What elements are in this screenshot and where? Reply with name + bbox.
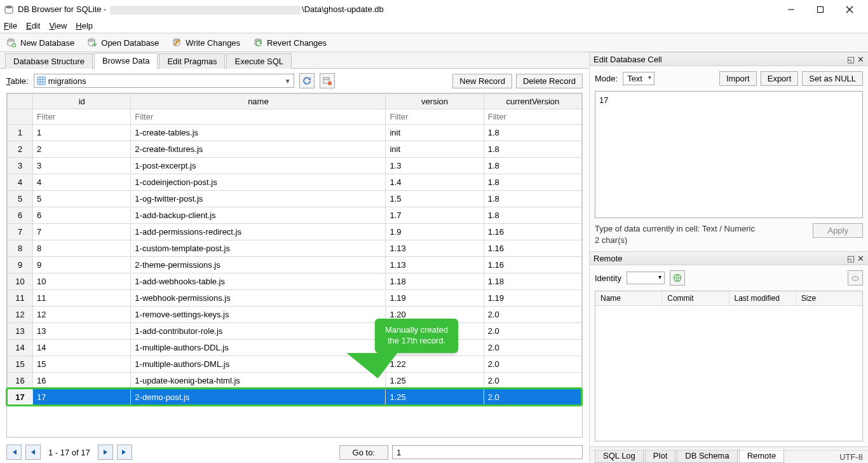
cell-name[interactable]: 1-codeinjection-post.js (131, 174, 386, 191)
cell-id[interactable]: 8 (33, 240, 131, 257)
table-select[interactable]: migrations ▼ (34, 74, 294, 88)
row-number[interactable]: 16 (8, 373, 33, 389)
row-number[interactable]: 3 (8, 158, 33, 174)
cell-value-textarea[interactable] (595, 91, 863, 218)
write-changes-button[interactable]: Write Changes (172, 38, 240, 48)
apply-button[interactable]: Apply (813, 223, 863, 238)
cell-name[interactable]: 1-post-excerpt.js (131, 158, 386, 174)
undock-icon[interactable]: ◱ (847, 254, 855, 263)
table-row[interactable]: 10101-add-webhooks-table.js1.181.18 (8, 273, 582, 290)
refresh-button[interactable] (299, 73, 315, 88)
cell-id[interactable]: 3 (33, 158, 131, 174)
cell-id[interactable]: 15 (33, 356, 131, 373)
cell-id[interactable]: 16 (33, 373, 131, 389)
row-number[interactable]: 5 (8, 191, 33, 207)
table-row[interactable]: 331-post-excerpt.js1.31.8 (8, 158, 582, 174)
cell-version[interactable]: 1.13 (386, 257, 484, 273)
row-number[interactable]: 14 (8, 340, 33, 356)
last-page-button[interactable] (117, 445, 132, 460)
cell-currentVersion[interactable]: 1.8 (484, 207, 581, 224)
cell-currentVersion[interactable]: 1.16 (484, 257, 581, 273)
col-version[interactable]: version (386, 94, 484, 109)
close-button[interactable] (835, 0, 864, 19)
refresh-remote-button[interactable] (670, 270, 685, 286)
cell-name[interactable]: 2-create-fixtures.js (131, 141, 386, 158)
cell-version[interactable]: 1.3 (386, 158, 484, 174)
row-number[interactable]: 8 (8, 240, 33, 257)
table-row[interactable]: 222-create-fixtures.jsinit1.8 (8, 141, 582, 158)
row-number[interactable]: 10 (8, 273, 33, 290)
cell-currentVersion[interactable]: 1.8 (484, 174, 581, 191)
cell-name[interactable]: 1-add-webhooks-table.js (131, 273, 386, 290)
tab-browse-data[interactable]: Browse Data (94, 53, 158, 69)
cell-id[interactable]: 2 (33, 141, 131, 158)
col-currentversion[interactable]: currentVersion (484, 94, 581, 109)
cell-id[interactable]: 5 (33, 191, 131, 207)
import-button[interactable]: Import (719, 71, 757, 86)
table-row[interactable]: 17172-demo-post.js1.252.0 (8, 389, 582, 406)
cell-version[interactable]: init (386, 125, 484, 141)
menu-view[interactable]: View (49, 21, 67, 31)
filter-version[interactable] (386, 109, 483, 124)
cell-currentVersion[interactable]: 2.0 (484, 340, 581, 356)
cell-name[interactable]: 2-demo-post.js (131, 389, 386, 406)
row-number[interactable]: 2 (8, 141, 33, 158)
data-grid[interactable]: id name version currentVersion (6, 93, 583, 438)
cell-version[interactable]: init (386, 141, 484, 158)
table-row[interactable]: 16161-update-koenig-beta-html.js1.252.0 (8, 373, 582, 389)
cell-id[interactable]: 11 (33, 290, 131, 307)
cell-currentVersion[interactable]: 1.8 (484, 158, 581, 174)
table-row[interactable]: 14141-multiple-authors-DDL.js1.222.0 (8, 340, 582, 356)
cell-currentVersion[interactable]: 1.8 (484, 141, 581, 158)
cell-currentVersion[interactable]: 1.8 (484, 191, 581, 207)
cell-version[interactable]: 1.13 (386, 240, 484, 257)
cell-version[interactable]: 1.19 (386, 290, 484, 307)
cell-id[interactable]: 1 (33, 125, 131, 141)
cell-currentVersion[interactable]: 2.0 (484, 356, 581, 373)
tab-database-structure[interactable]: Database Structure (5, 53, 93, 69)
cell-currentVersion[interactable]: 1.8 (484, 125, 581, 141)
cell-name[interactable]: 1-multiple-authors-DDL.js (131, 340, 386, 356)
new-record-button[interactable]: New Record (452, 74, 512, 88)
cell-name[interactable]: 1-multiple-authors-DML.js (131, 356, 386, 373)
export-button[interactable]: Export (761, 71, 799, 86)
next-page-button[interactable] (98, 445, 113, 460)
cell-name[interactable]: 2-theme-permissions.js (131, 257, 386, 273)
filter-currentversion[interactable] (484, 109, 581, 124)
cell-currentVersion[interactable]: 2.0 (484, 307, 581, 323)
cell-name[interactable]: 1-add-backup-client.js (131, 207, 386, 224)
table-row[interactable]: 881-custom-template-post.js1.131.16 (8, 240, 582, 257)
mode-dropdown[interactable]: Text (623, 72, 654, 85)
tab-edit-pragmas[interactable]: Edit Pragmas (159, 53, 225, 69)
cell-id[interactable]: 4 (33, 174, 131, 191)
row-number[interactable]: 11 (8, 290, 33, 307)
cell-currentVersion[interactable]: 1.19 (484, 290, 581, 307)
cell-id[interactable]: 7 (33, 224, 131, 240)
row-number[interactable]: 17 (8, 389, 33, 406)
cell-name[interactable]: 1-remove-settings-keys.js (131, 307, 386, 323)
cell-version[interactable]: 1.9 (386, 224, 484, 240)
menu-help[interactable]: Help (76, 21, 93, 31)
cell-currentVersion[interactable]: 2.0 (484, 373, 581, 389)
minimize-button[interactable] (776, 0, 806, 19)
table-row[interactable]: 441-codeinjection-post.js1.41.8 (8, 174, 582, 191)
push-remote-button[interactable] (848, 270, 863, 286)
col-name[interactable]: name (131, 94, 386, 109)
cell-version[interactable]: 1.7 (386, 207, 484, 224)
cell-currentVersion[interactable]: 1.16 (484, 240, 581, 257)
table-row[interactable]: 12121-remove-settings-keys.js1.202.0 (8, 307, 582, 323)
cell-id[interactable]: 9 (33, 257, 131, 273)
cell-currentVersion[interactable]: 1.18 (484, 273, 581, 290)
cell-name[interactable]: 1-update-koenig-beta-html.js (131, 373, 386, 389)
cell-id[interactable]: 13 (33, 323, 131, 340)
cell-id[interactable]: 14 (33, 340, 131, 356)
cell-name[interactable]: 1-og-twitter-post.js (131, 191, 386, 207)
remote-list[interactable]: Name Commit Last modified Size (595, 291, 863, 441)
filter-id[interactable] (33, 109, 130, 124)
close-dock-icon[interactable]: ✕ (857, 55, 864, 64)
undock-icon[interactable]: ◱ (847, 55, 855, 64)
edit-cell-dock-header[interactable]: Edit Database Cell ◱✕ (590, 52, 868, 66)
col-id[interactable]: id (33, 94, 131, 109)
cell-currentVersion[interactable]: 1.16 (484, 224, 581, 240)
row-number[interactable]: 1 (8, 125, 33, 141)
